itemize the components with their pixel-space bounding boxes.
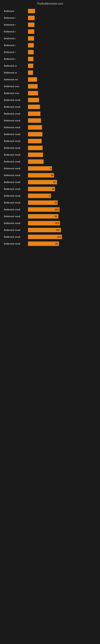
bar-row: Bottleneck result53.7 — [4, 227, 96, 233]
bar-row: Bottleneck result — [4, 145, 96, 151]
bar-wrapper: 53.3 — [28, 221, 96, 226]
bar-label: Bottleneck result — [4, 215, 28, 218]
bar-row: Bottleneck result52. — [4, 241, 96, 246]
bar: 49 — [28, 187, 55, 191]
bar — [28, 132, 42, 136]
bar-label: Bottleneck result — [4, 154, 28, 156]
bar — [28, 77, 37, 82]
bar-wrapper — [28, 98, 96, 102]
bar-row: Bottleneck result — [4, 152, 96, 158]
bar-label: Bottleneck result — [4, 140, 28, 142]
bar-wrapper — [28, 152, 96, 157]
bar-wrapper: 4 — [28, 166, 96, 171]
bar-value: 52. — [55, 215, 58, 218]
bar-label: Bottleneck result — [4, 112, 28, 115]
bar — [28, 139, 42, 143]
bar-row: Bottleneck — [4, 8, 96, 14]
bar: 51. — [28, 180, 57, 184]
bar-wrapper — [28, 91, 96, 96]
bar — [28, 91, 38, 96]
bar — [28, 84, 38, 88]
bar-row: Bottleneck r — [4, 49, 96, 55]
bar-wrapper — [28, 64, 96, 68]
bar-wrapper — [28, 77, 96, 82]
bar-wrapper — [28, 57, 96, 61]
bar-label: Bottleneck result — [4, 236, 28, 238]
bar — [28, 160, 44, 164]
bar-wrapper — [28, 50, 96, 54]
bar-row: Bottleneck r — [4, 56, 96, 62]
bar-wrapper: 49 — [28, 187, 96, 191]
site-title: TheBottlenecker.com — [37, 2, 63, 5]
bar-row: Bottleneck result — [4, 124, 96, 130]
bar-row: Bottleneck r — [4, 29, 96, 34]
bar-label: Bottleneck result — [4, 208, 28, 211]
bar-label: Bottleneck re — [4, 72, 28, 74]
bar-row: Bottleneck result — [4, 97, 96, 103]
bar-row: Bottleneck result53% — [4, 207, 96, 212]
bar-label: Bottleneck r — [4, 24, 28, 26]
bar-value: 4 — [49, 195, 50, 197]
bar-value: 53% — [55, 208, 59, 211]
bar-wrapper — [28, 125, 96, 130]
bar — [28, 43, 34, 48]
page-header: TheBottlenecker.com — [0, 0, 100, 6]
bar-wrapper — [28, 132, 96, 136]
bar-row: Bottleneck r — [4, 42, 96, 48]
bar — [28, 16, 35, 20]
bar-wrapper — [28, 30, 96, 34]
bar-row: Bottleneck resu — [4, 84, 96, 89]
bar: 4 — [28, 166, 52, 171]
bar-row: Bottleneck result4 — [4, 166, 96, 171]
bar-label: Bottleneck result — [4, 160, 28, 163]
bar — [28, 112, 40, 116]
bar-row: Bottleneck result53.3 — [4, 220, 96, 226]
bar-label: Bottleneck result — [4, 133, 28, 136]
bar-label: Bottleneck resu — [4, 92, 28, 94]
bar-label: Bottleneck r — [4, 58, 28, 60]
bar-row: Bottleneck result51 — [4, 200, 96, 206]
bar-label: Bottleneck result — [4, 188, 28, 190]
bar-label: Bottleneck result — [4, 194, 28, 197]
bar — [28, 125, 42, 130]
bar-wrapper: 53.7 — [28, 228, 96, 232]
bar-label: Bottleneck r — [4, 17, 28, 19]
bar-wrapper: 51. — [28, 180, 96, 184]
bar-wrapper — [28, 84, 96, 88]
bar-label: Bottleneck result — [4, 106, 28, 108]
bar-value: 54.2 — [57, 236, 61, 238]
bar — [28, 30, 34, 34]
bar-label: Bottleneck r — [4, 37, 28, 40]
bar-wrapper: 51 — [28, 200, 96, 205]
bar — [28, 57, 33, 61]
bar-value: 49 — [52, 188, 54, 190]
bar — [28, 118, 41, 123]
bar-wrapper — [28, 112, 96, 116]
bar-wrapper: 4 — [28, 194, 96, 198]
bar-label: Bottleneck result — [4, 229, 28, 231]
bar-label: Bottleneck result — [4, 242, 28, 245]
bar-row: Bottleneck resu — [4, 90, 96, 96]
bar-value: 52. — [55, 243, 58, 245]
bar-label: Bottleneck result — [4, 174, 28, 176]
bar-label: Bottleneck res — [4, 78, 28, 81]
bar-row: Bottleneck result — [4, 118, 96, 123]
bar-value: 51. — [53, 181, 56, 183]
bar-wrapper — [28, 70, 96, 75]
bar-row: Bottleneck result51. — [4, 179, 96, 185]
bar-wrapper — [28, 105, 96, 109]
bar-wrapper: 53% — [28, 207, 96, 212]
bar-wrapper — [28, 9, 96, 13]
bar-row: Bottleneck result — [4, 159, 96, 164]
bar-row: Bottleneck result49 — [4, 172, 96, 178]
bar-value: 53.7 — [56, 229, 60, 231]
bar-row: Bottleneck result49 — [4, 186, 96, 192]
bar-label: Bottleneck result — [4, 167, 28, 170]
bar-wrapper — [28, 139, 96, 143]
bar-row: Bottleneck r — [4, 22, 96, 28]
chart-container: BottleneckBottleneck rBottleneck rBottle… — [0, 6, 100, 250]
bar — [28, 105, 40, 109]
bar — [28, 50, 34, 54]
bar-wrapper: 54.2 — [28, 235, 96, 239]
bar-wrapper — [28, 22, 96, 27]
